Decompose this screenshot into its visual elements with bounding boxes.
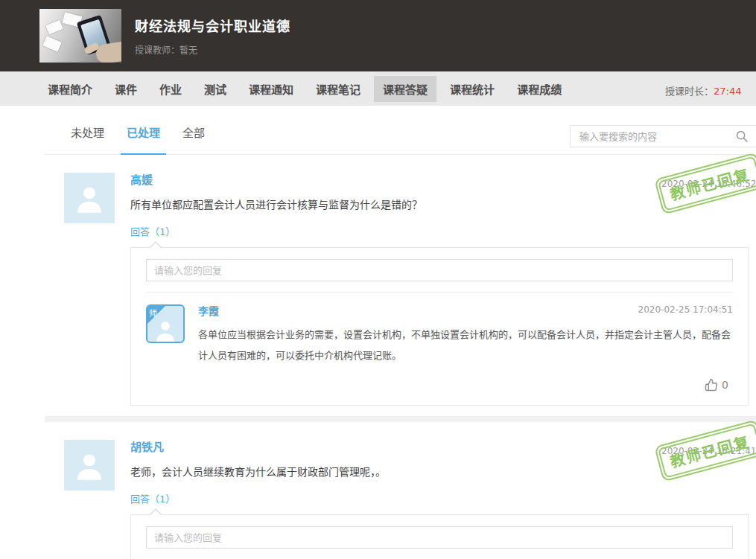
- course-thumbnail-image: [39, 9, 121, 63]
- nav-tab-stats[interactable]: 课程统计: [441, 76, 504, 102]
- answer-count-link[interactable]: 回答（1）: [130, 491, 175, 505]
- nav-tab-qa[interactable]: 课程答疑: [374, 76, 436, 102]
- nav-tab-homework[interactable]: 作业: [150, 76, 191, 102]
- teaching-duration: 授课时长：27:44: [665, 83, 741, 98]
- entry-divider: [45, 416, 756, 422]
- nav-tab-test[interactable]: 测试: [195, 76, 235, 102]
- reply-input[interactable]: [146, 526, 733, 549]
- search-box: [570, 125, 756, 147]
- person-icon: [73, 449, 106, 482]
- filter-tabs-row: 未处理 已处理 全部: [45, 106, 756, 155]
- person-icon: [73, 182, 106, 214]
- reply-date: 2020-02-25 17:04:51: [638, 304, 733, 315]
- student-avatar: [64, 173, 115, 223]
- nav-tab-courseware[interactable]: 课件: [106, 76, 146, 102]
- reply-panel: 师 李霞 2020-02-25 17:04:51 各单位应当根据会计业务的需要，…: [130, 247, 749, 406]
- nav-tab-notes[interactable]: 课程笔记: [307, 76, 369, 102]
- like-count: 0: [722, 379, 728, 391]
- qa-entry: 胡铁凡 老师，会计人员继续教育为什么属于财政部门管理呢，。 回答（1） 2020…: [45, 422, 756, 559]
- nav-tab-course-intro[interactable]: 课程简介: [39, 76, 101, 102]
- tab-processed[interactable]: 已处理: [127, 110, 160, 154]
- course-header: 财经法规与会计职业道德 授课教师：暂无: [0, 0, 756, 71]
- student-avatar: [64, 440, 115, 491]
- course-title: 财经法规与会计职业道德: [135, 16, 290, 35]
- search-input[interactable]: [570, 125, 756, 147]
- paper-shape: [42, 36, 62, 52]
- nav-tab-grades[interactable]: 课程成绩: [508, 76, 571, 102]
- qa-content: 未处理 已处理 全部 高媛 所有单位都应配置会计人员进行会计核算与监督为什么是错…: [45, 106, 756, 559]
- teacher-avatar: 师: [146, 304, 185, 343]
- panel-divider: [146, 292, 733, 293]
- teaching-duration-label: 授课时长：: [665, 86, 714, 97]
- answer-count-link[interactable]: 回答（1）: [130, 224, 175, 238]
- teacher-badge-label: 师: [149, 307, 157, 319]
- reply-text: 各单位应当根据会计业务的需要，设置会计机构，不单独设置会计机构的，可以配备会计人…: [198, 325, 733, 366]
- paper-shape: [45, 20, 63, 35]
- nav-tab-notice[interactable]: 课程通知: [240, 76, 302, 102]
- teaching-duration-value: 27:44: [714, 86, 741, 97]
- teacher-reply: 师 李霞 2020-02-25 17:04:51 各单位应当根据会计业务的需要，…: [146, 304, 733, 392]
- course-teacher-label: 授课教师：暂无: [135, 43, 290, 56]
- thumbs-up-icon: [705, 378, 718, 392]
- tab-unprocessed[interactable]: 未处理: [71, 110, 104, 154]
- course-nav: 课程简介 课件 作业 测试 课程通知 课程笔记 课程答疑 课程统计 课程成绩 授…: [0, 71, 756, 106]
- tab-all[interactable]: 全部: [182, 110, 205, 154]
- like-button[interactable]: 0: [198, 378, 733, 392]
- reply-panel: 师 李霞 2020-02-25 16:04:05: [130, 514, 749, 559]
- qa-entry: 高媛 所有单位都应配置会计人员进行会计核算与监督为什么是错的？ 回答（1） 20…: [45, 155, 756, 416]
- search-icon[interactable]: [735, 130, 749, 143]
- reply-input[interactable]: [146, 259, 733, 281]
